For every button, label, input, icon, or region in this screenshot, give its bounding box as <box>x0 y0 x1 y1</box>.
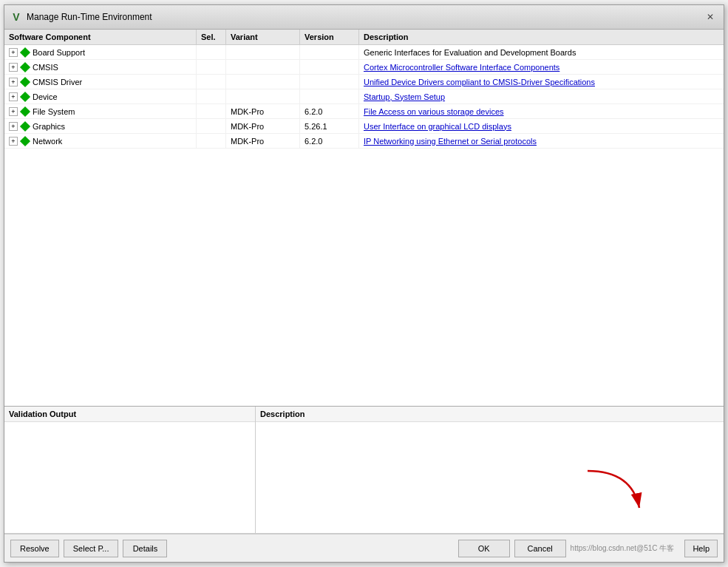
title-bar-left: V Manage Run-Time Environment <box>10 11 152 23</box>
select-p-button[interactable]: Select P... <box>64 540 119 557</box>
sel-cell <box>197 104 226 118</box>
validation-body <box>4 422 255 533</box>
variant-cell <box>226 60 300 74</box>
variant-cell: MDK-Pro <box>226 104 300 118</box>
table-row[interactable]: + File System MDK-Pro 6.2.0 File Access … <box>4 104 724 119</box>
validation-header: Validation Output <box>4 407 255 422</box>
description-cell: Generic Interfaces for Evaluation and De… <box>359 45 724 59</box>
component-cell: + File System <box>4 104 197 118</box>
diamond-icon <box>21 63 30 72</box>
diamond-icon <box>21 48 30 57</box>
col-version: Version <box>300 30 359 44</box>
description-link[interactable]: IP Networking using Ethernet or Serial p… <box>359 134 724 148</box>
component-cell: + CMSIS <box>4 60 197 74</box>
diamond-icon <box>21 122 30 131</box>
component-name: File System <box>33 107 75 116</box>
variant-cell <box>226 75 300 89</box>
expand-btn[interactable]: + <box>9 78 18 86</box>
col-sel: Sel. <box>197 30 226 44</box>
variant-cell <box>226 45 300 59</box>
version-cell <box>300 89 359 103</box>
bottom-area: Validation Output Description <box>4 407 724 562</box>
diamond-icon <box>21 107 30 116</box>
description-link[interactable]: File Access on various storage devices <box>359 104 724 118</box>
table-area: Software Component Sel. Variant Version … <box>4 30 724 407</box>
diamond-icon <box>21 78 30 86</box>
version-cell: 5.26.1 <box>300 119 359 133</box>
help-button[interactable]: Help <box>684 540 718 557</box>
table-body: + Board Support Generic Interfaces for E… <box>4 45 724 406</box>
variant-cell: MDK-Pro <box>226 134 300 148</box>
arrow-annotation <box>573 464 661 523</box>
sel-cell <box>197 75 226 89</box>
variant-cell: MDK-Pro <box>226 119 300 133</box>
table-row[interactable]: + Graphics MDK-Pro 5.26.1 User Interface… <box>4 119 724 134</box>
version-cell <box>300 45 359 59</box>
component-name: CMSIS <box>33 63 58 72</box>
expand-btn[interactable]: + <box>9 107 18 116</box>
component-cell: + Device <box>4 89 197 103</box>
expand-btn[interactable]: + <box>9 92 18 101</box>
description-link[interactable]: Cortex Microcontroller Software Interfac… <box>359 60 724 74</box>
table-row[interactable]: + Device Startup, System Setup <box>4 89 724 104</box>
component-name: Graphics <box>33 122 65 131</box>
sel-cell <box>197 45 226 59</box>
expand-btn[interactable]: + <box>9 137 18 146</box>
sel-cell <box>197 134 226 148</box>
main-content: Software Component Sel. Variant Version … <box>4 30 724 562</box>
expand-btn[interactable]: + <box>9 63 18 72</box>
window-title: Manage Run-Time Environment <box>27 12 152 22</box>
expand-btn[interactable]: + <box>9 122 18 131</box>
title-bar: V Manage Run-Time Environment ✕ <box>4 5 724 30</box>
sel-cell <box>197 60 226 74</box>
description-link[interactable]: Unified Device Drivers compliant to CMSI… <box>359 75 724 89</box>
cancel-button[interactable]: Cancel <box>514 540 566 557</box>
sel-cell <box>197 119 226 133</box>
description-link[interactable]: User Interface on graphical LCD displays <box>359 119 724 133</box>
version-cell <box>300 75 359 89</box>
component-cell: + Graphics <box>4 119 197 133</box>
variant-cell <box>226 89 300 103</box>
ok-button[interactable]: OK <box>458 540 510 557</box>
table-row[interactable]: + CMSIS Cortex Microcontroller Software … <box>4 60 724 75</box>
description-link[interactable]: Startup, System Setup <box>359 89 724 103</box>
component-name: Board Support <box>33 48 85 57</box>
diamond-icon <box>21 92 30 101</box>
validation-panel: Validation Output <box>4 407 256 533</box>
component-name: CMSIS Driver <box>33 78 82 86</box>
diamond-icon <box>21 137 30 146</box>
component-name: Device <box>33 92 58 101</box>
col-software-component: Software Component <box>4 30 197 44</box>
version-cell <box>300 60 359 74</box>
table-row[interactable]: + CMSIS Driver Unified Device Drivers co… <box>4 75 724 89</box>
col-description: Description <box>359 30 724 44</box>
col-variant: Variant <box>226 30 300 44</box>
component-name: Network <box>33 137 62 146</box>
expand-btn[interactable]: + <box>9 48 18 57</box>
description-panel: Description <box>256 407 724 533</box>
details-button[interactable]: Details <box>123 540 167 557</box>
resolve-button[interactable]: Resolve <box>10 540 59 557</box>
description-body <box>256 422 724 533</box>
table-row[interactable]: + Board Support Generic Interfaces for E… <box>4 45 724 60</box>
table-row[interactable]: + Network MDK-Pro 6.2.0 IP Networking us… <box>4 134 724 149</box>
bottom-toolbar: Resolve Select P... Details OK Cancel ht… <box>4 534 724 562</box>
window-icon: V <box>10 11 22 23</box>
version-cell: 6.2.0 <box>300 104 359 118</box>
close-button[interactable]: ✕ <box>703 10 718 24</box>
component-cell: + Network <box>4 134 197 148</box>
version-cell: 6.2.0 <box>300 134 359 148</box>
watermark: https://blog.csdn.net@51C 牛客 <box>571 543 675 554</box>
description-header: Description <box>256 407 724 422</box>
bottom-panels: Validation Output Description <box>4 407 724 534</box>
main-window: V Manage Run-Time Environment ✕ Software… <box>4 4 724 563</box>
component-cell: + Board Support <box>4 45 197 59</box>
component-cell: + CMSIS Driver <box>4 75 197 89</box>
sel-cell <box>197 89 226 103</box>
table-header: Software Component Sel. Variant Version … <box>4 30 724 45</box>
